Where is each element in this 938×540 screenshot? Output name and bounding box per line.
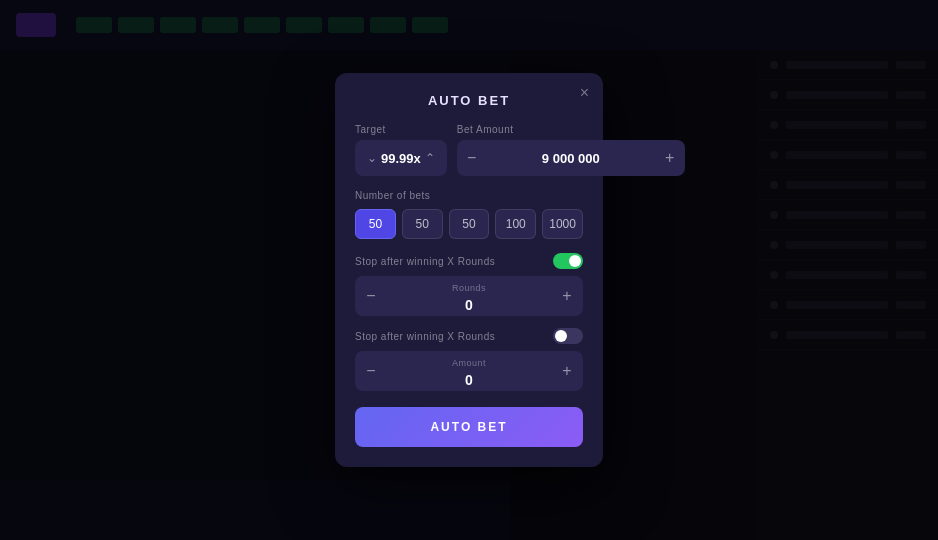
stop-amount-section: Stop after winning X Rounds − Amount 0 + (355, 328, 583, 391)
number-of-bets-label: Number of bets (355, 190, 583, 201)
target-bet-row: Target ⌄ 99.99x ⌃ Bet Amount − + (355, 124, 583, 176)
stop-winning-section: Stop after winning X Rounds − Rounds 0 + (355, 253, 583, 316)
number-of-bets-section: Number of bets 50 50 50 100 1000 (355, 190, 583, 239)
bet-chip-50-2[interactable]: 50 (402, 209, 443, 239)
bet-amount-minus-button[interactable]: − (457, 140, 487, 176)
stop-winning-header: Stop after winning X Rounds (355, 253, 583, 269)
stop-amount-label: Stop after winning X Rounds (355, 331, 495, 342)
bet-amount-label: Bet Amount (457, 124, 685, 135)
stop-amount-toggle[interactable] (553, 328, 583, 344)
bet-chip-100[interactable]: 100 (495, 209, 536, 239)
modal-title: AUTO BET (355, 93, 583, 108)
bet-chip-50-1[interactable]: 50 (355, 209, 396, 239)
bet-amount-control: − + (457, 140, 685, 176)
bet-chip-1000[interactable]: 1000 (542, 209, 583, 239)
target-control: ⌄ 99.99x ⌃ (355, 140, 447, 176)
target-field-group: Target ⌄ 99.99x ⌃ (355, 124, 447, 176)
auto-bet-button[interactable]: AUTO BET (355, 407, 583, 447)
bets-chips-row: 50 50 50 100 1000 (355, 209, 583, 239)
rounds-plus-button[interactable]: + (551, 276, 583, 316)
target-chevron-up[interactable]: ⌃ (421, 149, 439, 167)
modal-backdrop: × AUTO BET Target ⌄ 99.99x ⌃ Bet Amount … (0, 0, 938, 540)
target-value: 99.99x (381, 151, 421, 166)
amount-control: − Amount 0 + (355, 351, 583, 391)
amount-plus-button[interactable]: + (551, 351, 583, 391)
target-label: Target (355, 124, 447, 135)
rounds-minus-button[interactable]: − (355, 276, 387, 316)
rounds-value: 0 (465, 297, 473, 313)
stop-winning-toggle[interactable] (553, 253, 583, 269)
bet-amount-plus-button[interactable]: + (655, 140, 685, 176)
close-button[interactable]: × (580, 85, 589, 101)
bet-amount-input[interactable] (487, 151, 655, 166)
amount-value: 0 (465, 372, 473, 388)
bet-chip-50-3[interactable]: 50 (449, 209, 490, 239)
rounds-label: Rounds (452, 283, 486, 293)
target-chevron-down[interactable]: ⌄ (363, 149, 381, 167)
auto-bet-modal: × AUTO BET Target ⌄ 99.99x ⌃ Bet Amount … (335, 73, 603, 467)
stop-amount-header: Stop after winning X Rounds (355, 328, 583, 344)
amount-minus-button[interactable]: − (355, 351, 387, 391)
bet-amount-field-group: Bet Amount − + (457, 124, 685, 176)
rounds-control: − Rounds 0 + (355, 276, 583, 316)
stop-winning-label: Stop after winning X Rounds (355, 256, 495, 267)
amount-label: Amount (452, 358, 486, 368)
